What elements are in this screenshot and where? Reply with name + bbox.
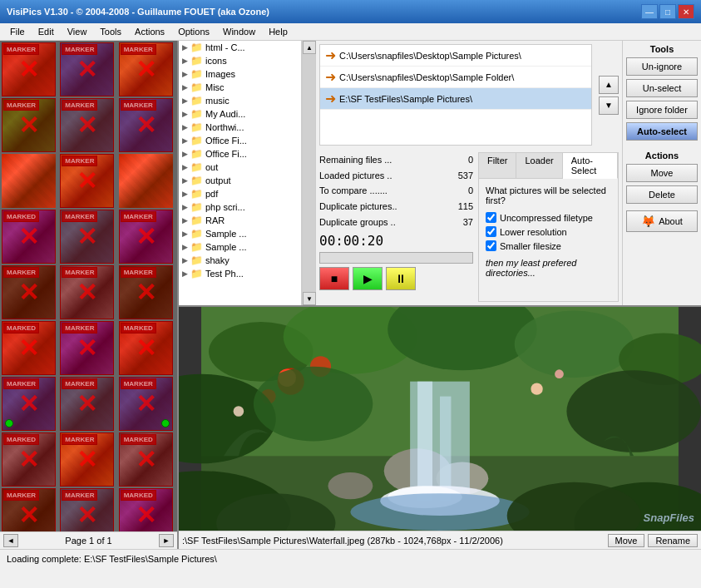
tree-scroll-up[interactable]: ▲ bbox=[303, 41, 316, 54]
tree-item[interactable]: ▶📁My Audi... bbox=[179, 107, 301, 121]
thumbnail-item[interactable]: MARKER✕ bbox=[60, 98, 114, 152]
maximize-button[interactable]: □ bbox=[659, 4, 676, 19]
thumbnail-item[interactable]: MARKER✕ bbox=[60, 321, 114, 375]
auto-select-button[interactable]: Auto-select bbox=[626, 122, 698, 141]
app-title: VisiPics V1.30 - © 2004-2008 - Guillaume… bbox=[7, 7, 269, 17]
tree-item-label: shaky bbox=[205, 255, 230, 265]
menu-view[interactable]: View bbox=[61, 25, 94, 38]
unselect-button[interactable]: Un-select bbox=[626, 79, 698, 97]
tree-scrollbar[interactable]: ▲ ▼ bbox=[302, 41, 315, 305]
thumbnail-item[interactable]: MARKER✕ bbox=[2, 42, 56, 96]
menu-tools[interactable]: Tools bbox=[93, 25, 128, 38]
thumbnail-item[interactable]: MARKER✕ bbox=[60, 377, 114, 431]
unignore-button[interactable]: Un-ignore bbox=[626, 57, 698, 76]
thumbnail-item[interactable]: MARKED✕ bbox=[119, 321, 173, 375]
close-button[interactable]: ✕ bbox=[678, 4, 694, 19]
thumbnail-item[interactable]: MARKED✕ bbox=[2, 210, 56, 264]
path-text: C:\Users\snapfiles\Desktop\Sample Pictur… bbox=[339, 51, 521, 61]
tab-auto-select[interactable]: Auto-Select bbox=[563, 153, 618, 179]
tree-item[interactable]: ▶📁shaky bbox=[179, 254, 301, 267]
tree-item[interactable]: ▶📁Northwi... bbox=[179, 121, 301, 134]
tab-loader[interactable]: Loader bbox=[516, 153, 562, 178]
thumbnail-item[interactable]: MARKED✕ bbox=[2, 321, 56, 375]
thumbnail-item[interactable]: MARKED✕ bbox=[2, 432, 56, 487]
tree-item[interactable]: ▶📁Office Fi... bbox=[179, 147, 301, 161]
thumbnail-item[interactable]: MARKER✕ bbox=[60, 210, 114, 264]
thumbnail-item[interactable]: MARKER✕ bbox=[60, 265, 114, 319]
next-page-button[interactable]: ► bbox=[159, 534, 174, 547]
thumbnail-item[interactable]: MARKER✕ bbox=[2, 377, 56, 431]
path-arrow-icon: ➜ bbox=[325, 47, 336, 63]
thumbnail-item[interactable]: MARKER✕ bbox=[2, 265, 56, 319]
thumbnail-item[interactable]: MARKER✕ bbox=[119, 42, 173, 96]
thumbnail-item[interactable]: MARKED✕ bbox=[119, 432, 173, 487]
folder-icon: 📁 bbox=[190, 95, 203, 106]
tree-item[interactable]: ▶📁Sample ... bbox=[179, 240, 301, 254]
tree-item[interactable]: ▶📁out bbox=[179, 161, 301, 174]
thumbnail-item[interactable]: MARKER✕ bbox=[2, 98, 56, 152]
rename-status-button[interactable]: Rename bbox=[648, 534, 698, 547]
path-list-item[interactable]: ➜E:\SF TestFiles\Sample Pictures\ bbox=[320, 88, 591, 110]
thumbnail-marker: ✕ bbox=[60, 265, 114, 319]
image-filename: :\SF TestFiles\Sample Pictures\Waterfall… bbox=[182, 536, 605, 546]
tree-item[interactable]: ▶📁pdf bbox=[179, 187, 301, 200]
minimize-button[interactable]: — bbox=[641, 4, 658, 19]
play-button[interactable]: ▶ bbox=[353, 267, 383, 290]
tree-item[interactable]: ▶📁output bbox=[179, 174, 301, 187]
path-arrow-icon: ➜ bbox=[325, 91, 336, 106]
thumbnail-item[interactable]: MARKER✕ bbox=[119, 98, 173, 152]
path-down-button[interactable]: ▼ bbox=[599, 96, 619, 115]
delete-button[interactable]: Delete bbox=[626, 185, 698, 204]
thumbnail-item[interactable]: MARKED✕ bbox=[119, 488, 173, 531]
thumbnail-marker: ✕ bbox=[2, 265, 56, 319]
lower-res-checkbox[interactable] bbox=[486, 226, 496, 237]
move-button[interactable]: Move bbox=[626, 164, 698, 182]
ignore-folder-button[interactable]: Ignore folder bbox=[626, 101, 698, 119]
thumbnail-item[interactable]: MARKER✕ bbox=[119, 377, 173, 431]
menu-window[interactable]: Window bbox=[216, 25, 262, 38]
menu-options[interactable]: Options bbox=[171, 25, 216, 38]
thumbnail-item[interactable]: MARKER✕ bbox=[2, 488, 56, 531]
folder-icon: 📁 bbox=[190, 175, 203, 186]
menu-edit[interactable]: Edit bbox=[32, 25, 61, 38]
loading-status: Loading complete: E:\SF TestFiles\Sample… bbox=[7, 554, 217, 564]
smaller-file-row: Smaller filesize bbox=[486, 240, 611, 251]
thumbnail-item[interactable]: MARKER✕ bbox=[60, 488, 114, 531]
path-list-item[interactable]: ➜C:\Users\snapfiles\Desktop\Sample Pictu… bbox=[320, 45, 591, 67]
thumbnail-marker: ✕ bbox=[119, 98, 173, 152]
menu-help[interactable]: Help bbox=[262, 25, 294, 38]
thumbnail-item[interactable] bbox=[2, 154, 56, 208]
path-up-button[interactable]: ▲ bbox=[599, 76, 619, 94]
tree-item[interactable]: ▶📁Sample ... bbox=[179, 227, 301, 240]
svg-point-5 bbox=[515, 310, 634, 378]
tree-item[interactable]: ▶📁Images bbox=[179, 67, 301, 81]
tree-scroll-down[interactable]: ▼ bbox=[303, 292, 316, 305]
tree-item[interactable]: ▶📁php scri... bbox=[179, 200, 301, 214]
tree-item[interactable]: ▶📁Test Ph... bbox=[179, 267, 301, 280]
tree-item[interactable]: ▶📁Misc bbox=[179, 81, 301, 94]
thumbnail-item[interactable]: MARKER✕ bbox=[60, 154, 114, 208]
about-button[interactable]: 🦊 About bbox=[626, 210, 698, 232]
tree-item[interactable]: ▶📁music bbox=[179, 94, 301, 107]
path-list-item[interactable]: ➜C:\Users\snapfiles\Desktop\Sample Folde… bbox=[320, 67, 591, 88]
thumbnail-item[interactable]: MARKER✕ bbox=[60, 432, 114, 487]
menu-file[interactable]: File bbox=[3, 25, 32, 38]
stop-button[interactable]: ■ bbox=[319, 267, 349, 290]
thumbnail-item[interactable] bbox=[119, 154, 173, 208]
uncompressed-checkbox[interactable] bbox=[486, 212, 496, 223]
tree-item[interactable]: ▶📁RAR bbox=[179, 214, 301, 227]
tree-item[interactable]: ▶📁html - C... bbox=[179, 41, 301, 54]
about-label: About bbox=[659, 216, 683, 226]
thumbnail-item[interactable]: MARKER✕ bbox=[119, 210, 173, 264]
tab-filter[interactable]: Filter bbox=[479, 153, 516, 178]
tree-item[interactable]: ▶📁Office Fi... bbox=[179, 134, 301, 147]
menu-actions[interactable]: Actions bbox=[128, 25, 171, 38]
thumbnail-item[interactable]: MARKER✕ bbox=[119, 265, 173, 319]
pause-button[interactable]: ⏸ bbox=[386, 267, 416, 290]
prev-page-button[interactable]: ◄ bbox=[3, 534, 18, 547]
thumbnail-item[interactable]: MARKER✕ bbox=[60, 42, 114, 96]
thumbnail-marker: ✕ bbox=[119, 265, 173, 319]
smaller-file-checkbox[interactable] bbox=[486, 240, 496, 251]
move-status-button[interactable]: Move bbox=[608, 534, 645, 547]
tree-item[interactable]: ▶📁icons bbox=[179, 54, 301, 67]
